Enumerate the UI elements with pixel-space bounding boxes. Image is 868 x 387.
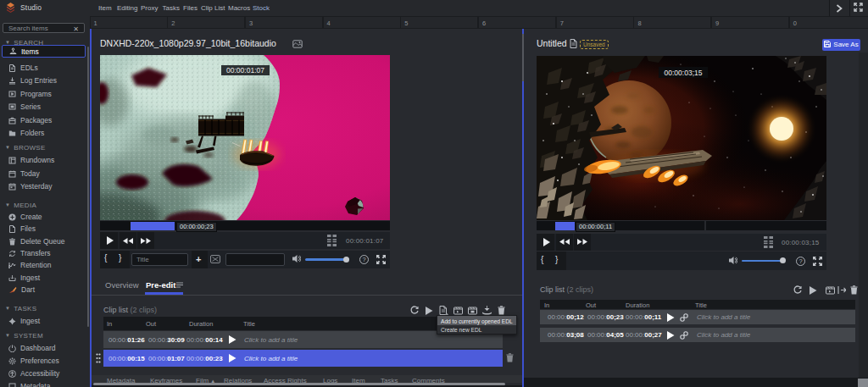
- svg-text:?: ?: [362, 256, 365, 263]
- svg-text:00:00:03;15: 00:00:03;15: [665, 69, 703, 77]
- svg-text:?: ?: [798, 257, 802, 265]
- svg-text:00:00:01:07: 00:00:01:07: [226, 66, 264, 75]
